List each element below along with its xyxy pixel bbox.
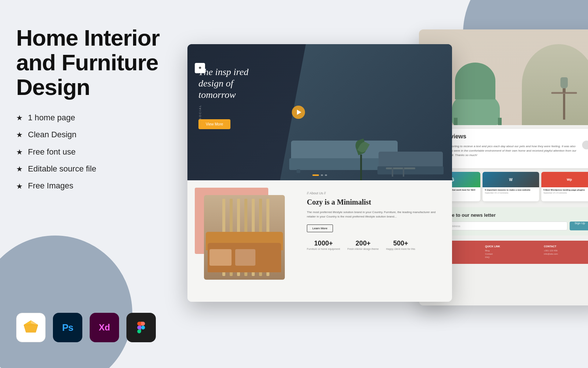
- subscribe-title: Subscribe to our news letter: [431, 212, 588, 218]
- chair-silhouette: [448, 63, 507, 125]
- plant-right: [353, 140, 371, 180]
- main-screenshot: ✦ +001 - 45845 - 649861 Home About Us Se…: [187, 44, 452, 302]
- footer-col-3: CONTACT +001 123 456 info@site.com: [544, 245, 588, 259]
- footer-col-3-title: CONTACT: [544, 245, 588, 248]
- star-icon: ★: [16, 148, 23, 156]
- star-icon: ★: [16, 164, 23, 173]
- reviews-title: Our Reviews: [431, 133, 578, 140]
- figma-icon: [126, 313, 156, 342]
- page-title: Home Interior and Furniture Design: [16, 26, 171, 100]
- side-table: [551, 92, 581, 121]
- hero-section: ✦ +001 - 45845 - 649861 Home About Us Se…: [187, 44, 452, 180]
- about-content: // About Us // Cozy is a Minimalist The …: [298, 180, 452, 302]
- blog-card-2-img: W: [483, 172, 539, 187]
- tools-row: Ps Xd: [16, 313, 171, 353]
- stat-clients: 500+ Happy client more for this: [386, 240, 415, 251]
- footer-col-2-title: QUICK LINK: [485, 245, 537, 248]
- about-subtitle: // About Us //: [307, 191, 443, 195]
- slider-dots: [312, 174, 327, 176]
- subscribe-form: Your Email Address Sign Up: [431, 222, 588, 230]
- feature-item: ★ Free font use: [16, 147, 171, 157]
- sketch-icon: [16, 313, 46, 342]
- footer-item: info@site.com: [544, 253, 588, 255]
- social-label: SOCIAL: [198, 105, 202, 120]
- stat-label-3: Happy client more for this: [386, 247, 415, 251]
- blog-card-3-meta: September 14 | 3 Comments: [544, 192, 588, 194]
- right-area: ✦ +001 - 45845 - 649861 Home About Us Se…: [176, 0, 588, 368]
- feature-item: ★ Free Images: [16, 181, 171, 191]
- about-description: The most preferred lifestyle solution br…: [307, 210, 443, 219]
- stat-label-2: Fresh interior design theme: [347, 247, 379, 251]
- cushion-right: [235, 249, 255, 266]
- photoshop-icon: Ps: [53, 313, 82, 342]
- star-icon: ★: [16, 182, 23, 191]
- blog-card-2-meta: September 14 | 2 Comments: [485, 192, 537, 194]
- blog-card-3-title: 5 Best Wordpress landing page plugins: [544, 189, 588, 191]
- blog-card-3: Wp 5 Best Wordpress landing page plugins…: [541, 172, 588, 201]
- stat-number-1: 1000+: [307, 240, 340, 247]
- ps-label: Ps: [62, 322, 73, 333]
- review-text: It was very comforting to recieve a text…: [431, 144, 578, 158]
- stat-number-2: 200+: [347, 240, 379, 247]
- chair-shape: [379, 140, 445, 177]
- about-title: Cozy is a Minimalist: [307, 198, 443, 206]
- stats-row: 1000+ Furniture or home equipment 200+ F…: [307, 240, 443, 251]
- stat-furniture: 1000+ Furniture or home equipment: [307, 240, 340, 251]
- cushion-left: [209, 249, 232, 266]
- xd-label: Xd: [99, 322, 110, 333]
- features-list: ★ 1 home page ★ Clean Design ★ Free font…: [16, 113, 171, 198]
- stat-interior: 200+ Fresh interior design theme: [347, 240, 379, 251]
- stat-number-3: 500+: [386, 240, 415, 247]
- stat-label-1: Furniture or home equipment: [307, 247, 340, 251]
- star-icon: ★: [16, 113, 23, 122]
- feature-item: ★ Editable source file: [16, 164, 171, 174]
- blog-card-3-img: Wp: [541, 172, 588, 187]
- hero-headline: The insp ireddesign oftomorrow: [198, 66, 248, 101]
- reviewer-name: — Karla Devos: [431, 160, 578, 164]
- feature-item: ★ 1 home page: [16, 113, 171, 123]
- play-button[interactable]: [292, 106, 305, 119]
- blog-card-2: W 5 important reasons to make a new webs…: [483, 172, 539, 201]
- footer-col-2: QUICK LINK Blog Contact FAQ: [485, 245, 537, 259]
- play-icon: [297, 110, 301, 115]
- footer-item: FAQ: [485, 256, 537, 258]
- footer-item: Blog: [485, 250, 537, 252]
- feature-item: ★ Clean Design: [16, 130, 171, 139]
- svg-marker-3: [24, 323, 38, 332]
- left-panel: Home Interior and Furniture Design ★ 1 h…: [0, 0, 187, 368]
- star-icon: ★: [16, 130, 23, 139]
- hero-text-block: The insp ireddesign oftomorrow View More: [198, 66, 248, 129]
- learn-more-button[interactable]: Learn More: [307, 224, 333, 232]
- footer-item: Contact: [485, 253, 537, 255]
- subscribe-button[interactable]: Sign Up: [570, 222, 588, 230]
- about-couch-img: [204, 195, 285, 280]
- hero-cta-button[interactable]: View More: [198, 119, 230, 129]
- review-nav-button[interactable]: [582, 141, 588, 149]
- about-section: // About Us // Cozy is a Minimalist The …: [187, 180, 452, 302]
- blog-card-2-title: 5 important reasons to make a new websit…: [485, 189, 537, 191]
- hero-bg-panel: [280, 44, 452, 180]
- about-image-area: [187, 180, 298, 302]
- footer-item: +001 123 456: [544, 250, 588, 252]
- xd-icon: Xd: [90, 313, 119, 342]
